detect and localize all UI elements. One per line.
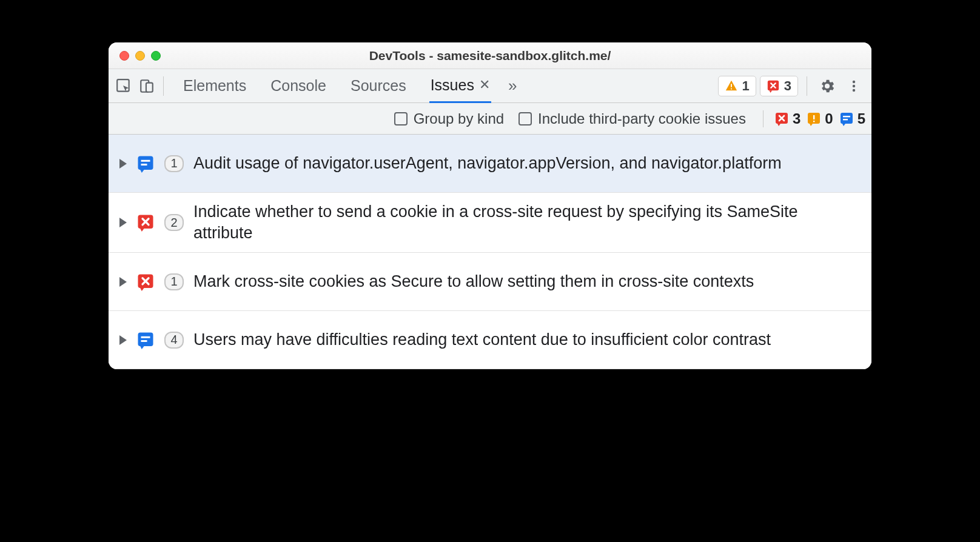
issue-count-pill: 1 <box>164 273 184 290</box>
issue-count-pill: 1 <box>164 155 184 172</box>
issue-row[interactable]: 2Indicate whether to send a cookie in a … <box>109 193 871 253</box>
error-icon <box>136 273 155 291</box>
group-by-kind-label: Group by kind <box>414 110 504 127</box>
svg-point-12 <box>853 80 855 82</box>
tab-issues[interactable]: Issues ✕ <box>429 69 491 103</box>
disclosure-triangle-icon[interactable] <box>119 159 127 169</box>
main-toolbar: Elements Console Sources Issues ✕ » 1 3 <box>109 69 871 103</box>
chat-icon <box>136 155 155 173</box>
issue-title: Indicate whether to send a cookie in a c… <box>193 201 861 244</box>
error-icon <box>136 213 155 232</box>
toolbar-right: 1 3 <box>718 75 868 98</box>
titlebar: DevTools - samesite-sandbox.glitch.me/ <box>109 42 871 69</box>
svg-rect-11 <box>146 82 153 92</box>
chat-icon <box>839 112 854 126</box>
disclosure-triangle-icon[interactable] <box>119 335 127 345</box>
zoom-window-button[interactable] <box>151 51 161 61</box>
include-third-party-label: Include third-party cookie issues <box>538 110 746 127</box>
errors-count: 3 <box>784 78 791 94</box>
info-count: 5 <box>858 110 865 127</box>
info-count-item[interactable]: 5 <box>839 110 865 127</box>
inspect-element-icon[interactable] <box>112 75 135 98</box>
issues-subtoolbar: Group by kind Include third-party cookie… <box>109 103 871 135</box>
tab-elements[interactable]: Elements <box>182 70 247 102</box>
issue-row[interactable]: 1Mark cross-site cookies as Secure to al… <box>109 253 871 311</box>
issue-title: Mark cross-site cookies as Secure to all… <box>193 271 861 292</box>
group-by-kind-option[interactable]: Group by kind <box>394 110 504 127</box>
issue-list: 1Audit usage of navigator.userAgent, nav… <box>109 135 871 369</box>
alert-icon <box>807 112 821 126</box>
disclosure-triangle-icon[interactable] <box>119 218 127 227</box>
error-icon <box>774 112 789 126</box>
warning-icon <box>725 79 738 93</box>
tab-console[interactable]: Console <box>269 70 327 102</box>
toolbar-divider <box>163 76 164 96</box>
tab-sources[interactable]: Sources <box>349 70 408 102</box>
warnings-count: 1 <box>742 78 750 94</box>
checkbox-icon[interactable] <box>519 112 532 125</box>
devtools-window: DevTools - samesite-sandbox.glitch.me/ E… <box>109 42 871 369</box>
issue-title: Audit usage of navigator.userAgent, navi… <box>193 153 861 174</box>
alert-count-item[interactable]: 0 <box>807 110 833 127</box>
warnings-badge[interactable]: 1 <box>718 76 756 96</box>
close-window-button[interactable] <box>119 51 129 61</box>
issue-row[interactable]: 4Users may have difficulties reading tex… <box>109 311 871 369</box>
kebab-menu-icon[interactable] <box>842 75 865 98</box>
window-title: DevTools - samesite-sandbox.glitch.me/ <box>109 49 871 63</box>
error-count-item[interactable]: 3 <box>774 110 800 127</box>
issue-count-pill: 2 <box>164 214 184 231</box>
error-count: 3 <box>793 110 800 127</box>
checkbox-icon[interactable] <box>394 112 408 125</box>
error-icon <box>767 79 780 93</box>
close-icon[interactable]: ✕ <box>479 77 490 93</box>
svg-point-13 <box>853 84 855 87</box>
alert-count: 0 <box>825 110 833 127</box>
issue-title: Users may have difficulties reading text… <box>193 329 861 350</box>
settings-icon[interactable] <box>816 75 839 98</box>
issue-counts: 3 0 5 <box>763 110 865 127</box>
include-third-party-option[interactable]: Include third-party cookie issues <box>519 110 746 127</box>
errors-badge[interactable]: 3 <box>760 76 798 96</box>
issue-count-pill: 4 <box>164 332 184 349</box>
more-tabs-icon[interactable]: » <box>508 76 517 95</box>
toolbar-divider <box>807 76 807 96</box>
traffic-lights <box>109 51 161 61</box>
disclosure-triangle-icon[interactable] <box>119 277 127 287</box>
tab-issues-label: Issues <box>431 76 474 94</box>
issue-row[interactable]: 1Audit usage of navigator.userAgent, nav… <box>109 135 871 193</box>
chat-icon <box>136 331 155 349</box>
panel-tabs: Elements Console Sources Issues ✕ <box>182 69 491 103</box>
minimize-window-button[interactable] <box>135 51 145 61</box>
svg-point-14 <box>853 89 855 91</box>
device-mode-icon[interactable] <box>135 75 158 98</box>
